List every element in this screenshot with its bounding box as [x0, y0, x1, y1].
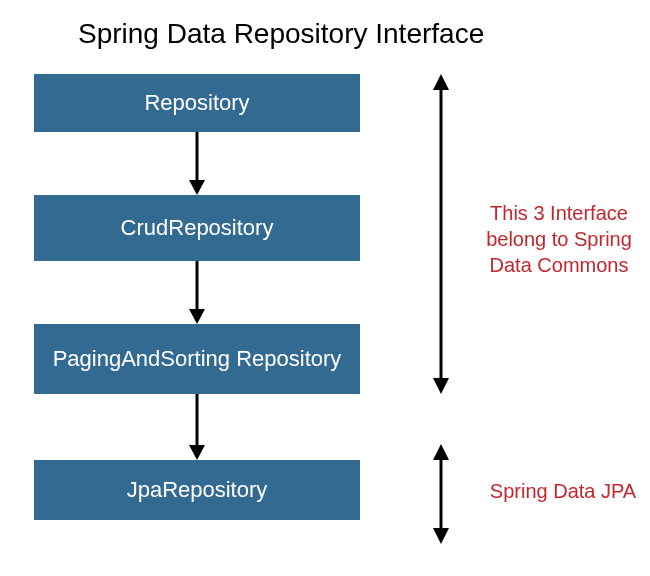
box-label: JpaRepository [127, 477, 268, 503]
svg-marker-1 [189, 180, 205, 195]
svg-marker-3 [189, 309, 205, 324]
arrow-down-icon [196, 394, 198, 460]
bracket-arrow-icon [440, 74, 442, 394]
box-label: CrudRepository [121, 215, 274, 241]
box-label: PagingAndSorting Repository [53, 346, 342, 372]
svg-marker-7 [433, 74, 449, 90]
bracket-arrow-icon [440, 444, 442, 544]
svg-marker-11 [433, 528, 449, 544]
svg-marker-5 [189, 445, 205, 460]
box-label: Repository [144, 90, 249, 116]
note-spring-data-jpa: Spring Data JPA [478, 478, 648, 504]
box-jpa-repository: JpaRepository [34, 460, 360, 520]
box-paging-sorting-repository: PagingAndSorting Repository [34, 324, 360, 394]
arrow-down-icon [196, 261, 198, 324]
box-crud-repository: CrudRepository [34, 195, 360, 261]
arrow-down-icon [196, 132, 198, 195]
svg-marker-8 [433, 378, 449, 394]
svg-marker-10 [433, 444, 449, 460]
diagram-title: Spring Data Repository Interface [78, 18, 484, 50]
note-spring-data-commons: This 3 Interface belong to Spring Data C… [474, 200, 644, 278]
box-repository: Repository [34, 74, 360, 132]
